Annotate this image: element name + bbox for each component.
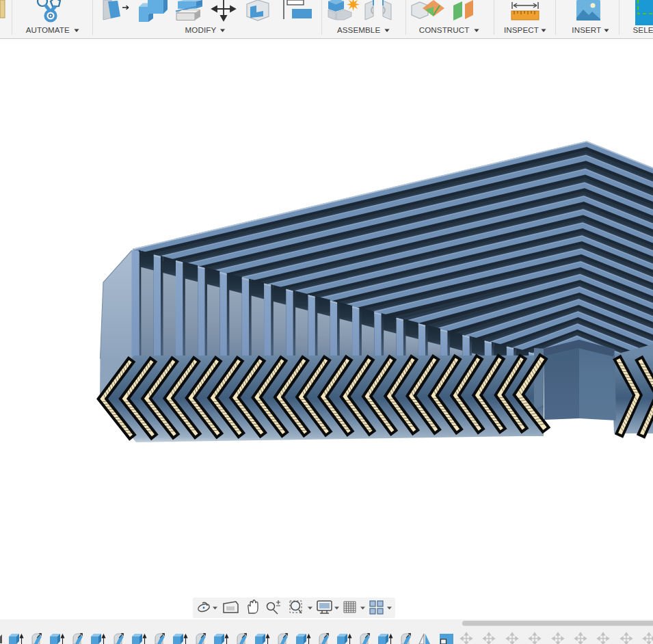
svg-text:CONSTRUCT: CONSTRUCT bbox=[419, 25, 470, 34]
svg-text:ASSEMBLE: ASSEMBLE bbox=[337, 25, 380, 34]
svg-text:SELE: SELE bbox=[633, 25, 653, 34]
svg-text:MODIFY: MODIFY bbox=[185, 25, 217, 34]
svg-text:INSPECT: INSPECT bbox=[504, 25, 539, 34]
svg-text:AUTOMATE: AUTOMATE bbox=[26, 25, 70, 34]
svg-text:INSERT: INSERT bbox=[572, 25, 601, 34]
